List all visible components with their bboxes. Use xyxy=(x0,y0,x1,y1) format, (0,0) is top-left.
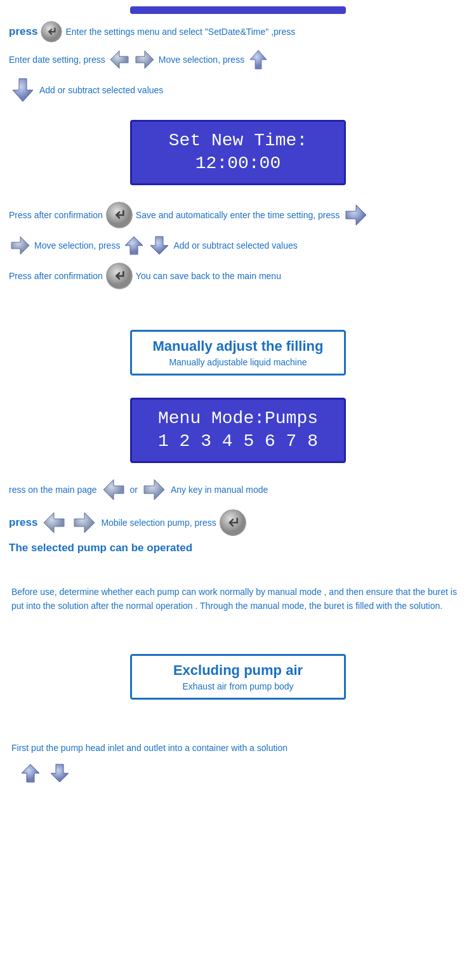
down-arrow-icon-2 xyxy=(148,234,171,257)
right-arrow-icon-2 xyxy=(342,201,370,229)
or-text: or xyxy=(130,485,138,495)
main-page-row: ress on the main page or Any key in manu… xyxy=(9,476,467,504)
move-selection-text-2: Move selection, press xyxy=(34,240,120,251)
set-time-display: Set New Time: 12:00:00 xyxy=(130,120,346,185)
svg-marker-7 xyxy=(11,237,29,254)
add-subtract-text-1: Add or subtract selected values xyxy=(39,85,163,95)
return-arrow-icon-1 xyxy=(40,20,63,43)
any-key-text: Any key in manual mode xyxy=(171,485,268,495)
return-arrow-icon-3 xyxy=(105,262,133,290)
pump-operated-row: The selected pump can be operated xyxy=(9,542,467,554)
svg-marker-14 xyxy=(74,513,95,533)
press-confirm-row-2: Press after confirmation You can save ba… xyxy=(9,262,467,290)
svg-marker-9 xyxy=(150,237,168,254)
right-arrow-icon-3 xyxy=(9,234,32,257)
set-time-title: Set New Time: xyxy=(145,129,331,152)
excluding-pump-air-box: Excluding pump air Exhaust air from pump… xyxy=(130,654,346,700)
move-selection-text: Move selection, press xyxy=(159,55,244,65)
press-confirm-text-1: Press after confirmation xyxy=(9,210,103,220)
press-label-2: press xyxy=(9,516,37,529)
manual-mode-paragraph: Before use, determine whether each pump … xyxy=(11,585,465,613)
mobile-selection-text: Mobile selection pump, press xyxy=(101,518,216,528)
excluding-pump-air-subtitle: Exhaust air from pump body xyxy=(145,681,331,691)
settings-enter-text: Enter the settings menu and select "SetD… xyxy=(65,27,295,37)
svg-marker-3 xyxy=(250,50,267,69)
down-arrow-icon-bottom xyxy=(48,762,71,785)
press-confirm-row-1: Press after confirmation Save and automa… xyxy=(9,201,467,229)
page-container: press Enter the settings menu and select… xyxy=(0,0,476,797)
svg-marker-1 xyxy=(110,51,128,69)
move-add-row: Move selection, press Add or subtract se… xyxy=(9,234,467,257)
left-arrow-icon-1 xyxy=(108,48,131,71)
up-arrow-icon-1 xyxy=(247,48,270,71)
press-confirm-text-2: Press after confirmation xyxy=(9,271,103,281)
excluding-pump-air-title: Excluding pump air xyxy=(145,662,331,679)
up-arrow-icon-bottom xyxy=(19,762,42,785)
manually-adjust-subtitle: Manually adjustable liquid machine xyxy=(145,357,331,367)
right-arrow-icon-1 xyxy=(133,48,156,71)
down-arrow-icon-1 xyxy=(9,76,37,104)
return-arrow-icon-2 xyxy=(105,201,133,229)
mobile-selection-row: press Mobile selection pump, press xyxy=(9,509,467,537)
svg-marker-16 xyxy=(22,764,39,782)
left-arrow-icon-3 xyxy=(40,509,68,537)
settings-instruction-row: press Enter the settings menu and select… xyxy=(9,20,467,43)
svg-marker-17 xyxy=(51,764,69,782)
left-arrow-icon-2 xyxy=(100,476,128,504)
svg-marker-2 xyxy=(136,51,154,69)
main-page-text: ress on the main page xyxy=(9,485,97,495)
pump-operated-text: The selected pump can be operated xyxy=(9,542,192,554)
svg-marker-4 xyxy=(13,79,33,101)
svg-marker-13 xyxy=(44,513,64,533)
pump-head-paragraph: First put the pump head inlet and outlet… xyxy=(11,741,465,755)
add-subtract-row-1: Add or subtract selected values xyxy=(9,76,467,104)
manually-adjust-title: Manually adjust the filling xyxy=(145,338,331,355)
menu-mode-title: Menu Mode:Pumps xyxy=(145,407,331,430)
press-label-1: press xyxy=(9,25,37,38)
svg-marker-11 xyxy=(103,480,124,500)
svg-marker-8 xyxy=(125,237,143,254)
menu-mode-numbers: 1 2 3 4 5 6 7 8 xyxy=(145,430,331,453)
svg-marker-12 xyxy=(144,480,164,500)
date-setting-row: Enter date setting, press Move selection… xyxy=(9,48,467,71)
return-arrow-icon-4 xyxy=(219,509,247,537)
up-arrow-icon-2 xyxy=(122,234,145,257)
set-time-value: 12:00:00 xyxy=(145,152,331,175)
save-back-text: You can save back to the main menu xyxy=(136,271,281,281)
top-blue-bar xyxy=(130,6,346,14)
right-arrow-icon-4 xyxy=(140,476,168,504)
menu-mode-display: Menu Mode:Pumps 1 2 3 4 5 6 7 8 xyxy=(130,398,346,463)
manually-adjust-box: Manually adjust the filling Manually adj… xyxy=(130,330,346,376)
add-subtract-text-2: Add or subtract selected values xyxy=(173,240,297,251)
save-auto-text: Save and automatically enter the time se… xyxy=(136,210,340,220)
svg-marker-6 xyxy=(346,205,366,225)
enter-date-text: Enter date setting, press xyxy=(9,55,105,65)
right-arrow-icon-5 xyxy=(70,509,98,537)
